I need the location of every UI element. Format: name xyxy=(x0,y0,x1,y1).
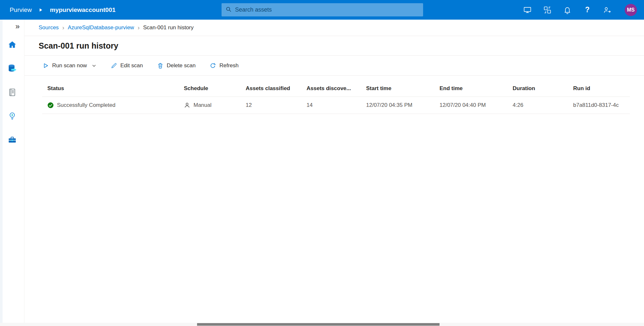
breadcrumb-sources-link[interactable]: Sources xyxy=(39,24,59,31)
refresh-label: Refresh xyxy=(219,62,239,69)
breadcrumb-separator: › xyxy=(62,24,64,31)
duration-cell: 4:26 xyxy=(507,102,568,108)
edit-scan-button[interactable]: Edit scan xyxy=(111,62,143,69)
title-row: Scan-001 run history xyxy=(24,36,644,56)
notifications-bell-icon[interactable] xyxy=(561,4,574,16)
breadcrumb-separator: › xyxy=(137,24,139,31)
success-check-icon xyxy=(47,102,54,108)
main-content: Sources › AzureSqlDatabase-purview › Sca… xyxy=(24,20,644,326)
switcher-icon[interactable] xyxy=(541,4,554,16)
column-header-duration[interactable]: Duration xyxy=(507,85,568,92)
global-search-box[interactable] xyxy=(222,3,423,16)
help-glyph: ? xyxy=(585,5,590,14)
column-header-assets-classified[interactable]: Assets classified xyxy=(241,85,301,92)
delete-scan-button[interactable]: Delete scan xyxy=(157,62,196,69)
end-time-cell: 12/07/20 04:40 PM xyxy=(434,102,507,108)
column-header-schedule[interactable]: Schedule xyxy=(179,85,241,92)
refresh-button[interactable]: Refresh xyxy=(210,62,239,69)
breadcrumb-source-link[interactable]: AzureSqlDatabase-purview xyxy=(68,24,134,31)
table-header: Status Schedule Assets classified Assets… xyxy=(42,76,630,97)
assets-classified-cell: 12 xyxy=(241,102,301,108)
pencil-icon xyxy=(111,62,117,69)
sources-data-map-icon xyxy=(7,63,18,74)
delete-scan-label: Delete scan xyxy=(167,62,196,69)
top-bar: Purview mypurviewaccount001 xyxy=(0,0,644,20)
status-text: Successfully Completed xyxy=(57,102,115,108)
breadcrumb: Sources › AzureSqlDatabase-purview › Sca… xyxy=(24,20,644,36)
assets-discovered-cell: 14 xyxy=(301,102,361,108)
sidebar-item-home[interactable] xyxy=(5,37,20,52)
home-icon xyxy=(7,40,17,50)
catalog-icon xyxy=(7,88,17,97)
expand-nav-icon[interactable]: » xyxy=(15,22,20,31)
account-chevron-icon xyxy=(39,8,43,12)
run-history-table: Status Schedule Assets classified Assets… xyxy=(42,76,630,114)
feedback-person-icon[interactable] xyxy=(601,4,614,16)
schedule-cell: Manual xyxy=(179,102,241,108)
run-id-cell: b7a811d0-8317-4c xyxy=(568,102,630,108)
search-input[interactable] xyxy=(235,6,419,13)
management-icon xyxy=(7,135,17,145)
user-avatar[interactable]: MS xyxy=(625,4,637,16)
presentation-icon[interactable] xyxy=(521,4,534,16)
column-header-end-time[interactable]: End time xyxy=(434,85,507,92)
column-header-status[interactable]: Status xyxy=(42,85,179,92)
breadcrumb-current: Scan-001 run history xyxy=(143,24,194,31)
edit-scan-label: Edit scan xyxy=(120,62,143,69)
column-header-start-time[interactable]: Start time xyxy=(361,85,434,92)
schedule-text: Manual xyxy=(194,102,212,108)
command-bar: Run scan now Edit scan xyxy=(24,56,644,76)
topbar-actions: ? MS xyxy=(521,4,637,16)
sidebar-item-management[interactable] xyxy=(5,132,20,148)
run-scan-now-label: Run scan now xyxy=(52,62,87,69)
sidebar-item-sources[interactable] xyxy=(5,61,20,76)
app-title[interactable]: Purview xyxy=(10,6,32,14)
account-name[interactable]: mypurviewaccount001 xyxy=(50,6,116,14)
run-scan-now-button[interactable]: Run scan now xyxy=(43,62,97,69)
column-header-assets-discovered[interactable]: Assets discove... xyxy=(301,85,361,92)
search-icon xyxy=(225,6,232,14)
left-nav: » xyxy=(0,20,24,326)
sidebar-item-insights[interactable] xyxy=(5,108,20,124)
column-header-run-id[interactable]: Run id xyxy=(568,85,630,92)
page-title: Scan-001 run history xyxy=(39,41,118,51)
horizontal-scrollbar[interactable] xyxy=(0,323,644,326)
chevron-down-icon[interactable] xyxy=(91,63,97,68)
refresh-icon xyxy=(210,62,216,69)
status-cell: Successfully Completed xyxy=(42,102,179,108)
table-row[interactable]: Successfully Completed Manual 12 14 12/0… xyxy=(42,97,630,114)
insights-icon xyxy=(7,111,17,121)
person-icon xyxy=(184,102,190,108)
play-icon xyxy=(43,62,49,69)
horizontal-scrollbar-thumb[interactable] xyxy=(197,323,440,326)
sidebar-item-catalog[interactable] xyxy=(5,85,20,100)
help-icon[interactable]: ? xyxy=(581,4,594,16)
start-time-cell: 12/07/20 04:35 PM xyxy=(361,102,434,108)
trash-icon xyxy=(157,62,164,69)
